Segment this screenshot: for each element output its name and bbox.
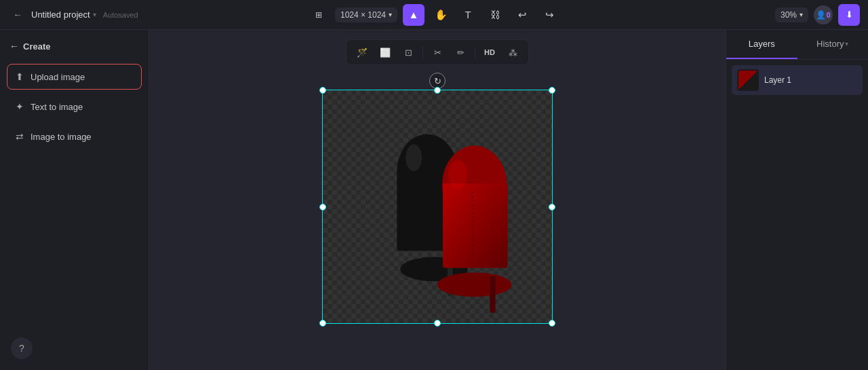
sidebar-item-text-to-image[interactable]: ✦ Text to image [7,94,142,119]
right-panel: Layers History ▾ Layer 1 [726,30,868,370]
svg-point-8 [437,272,511,297]
sidebar-header: ← Create [7,38,142,54]
clip-icon: ✂ [434,48,441,58]
topbar: ← Untitled project ▾ Autosaved ⊞ 1024 × … [0,0,868,30]
tab-layers-label: Layers [749,39,775,49]
toolbar-divider-2 [475,46,475,58]
layer-name: Layer 1 [764,75,791,85]
link-tool-button[interactable]: ⛓ [484,4,506,26]
redo-button[interactable]: ↪ [538,4,560,26]
tab-layers[interactable]: Layers [726,30,797,59]
hand-tool-icon: ✋ [435,9,448,21]
rotate-handle[interactable]: ↻ [429,73,446,89]
undo-icon: ↩ [518,9,527,21]
select-tool-button[interactable]: ▲ [403,4,425,26]
topbar-center: ⊞ 1024 × 1024 ▾ ▲ ✋ T ⛓ ↩ ↪ [308,4,560,26]
project-title-dropdown-icon: ▾ [93,11,96,18]
svg-rect-9 [490,276,496,313]
sidebar-item-image-to-image[interactable]: ⇄ Image to image [7,124,142,149]
sidebar: ← Create ⬆ Upload image ✦ Text to image … [0,30,149,370]
tab-history-label: History [816,39,844,49]
hd-button[interactable]: HD [479,43,500,62]
export-button[interactable]: ⬇ [838,4,860,26]
canvas-area: 🪄 ⬜ ⊡ ✂ ✏ HD ⁂ [149,30,726,370]
collab-count: 0 [826,11,830,19]
effects-button[interactable]: ⁂ [502,43,523,62]
layer-thumbnail [737,69,759,91]
main-layout: ← Create ⬆ Upload image ✦ Text to image … [0,30,868,370]
sidebar-item-upload-label: Upload image [31,72,85,82]
sidebar-header-label: Create [23,41,50,52]
sidebar-item-image-to-image-label: Image to image [31,132,92,142]
boot-image [323,90,552,323]
brush-button[interactable]: ✏ [450,43,471,62]
magic-wand-icon: 🪄 [357,48,368,58]
layers-content: Layer 1 [726,60,868,100]
svg-point-10 [448,160,467,189]
text-tool-button[interactable]: T [457,4,479,26]
svg-rect-7 [443,183,507,267]
undo-button[interactable]: ↩ [511,4,533,26]
topbar-right: 30% ▾ 👤 0 ⬇ [566,4,860,26]
sidebar-header-icon: ← [9,41,19,52]
tab-history[interactable]: History ▾ [797,30,869,59]
back-button[interactable]: ← [8,5,27,24]
sidebar-item-upload-image[interactable]: ⬆ Upload image [7,64,142,90]
sidebar-item-text-to-image-label: Text to image [31,102,83,112]
zoom-button[interactable]: 30% ▾ [775,7,808,22]
export-icon: ⬇ [846,10,853,20]
hd-label: HD [484,48,495,56]
redo-icon: ↪ [545,9,554,21]
frame-button[interactable]: ⬜ [375,43,395,62]
tab-history-dropdown-icon: ▾ [845,40,848,48]
brush-icon: ✏ [457,48,465,58]
canvas-toolbar: 🪄 ⬜ ⊡ ✂ ✏ HD ⁂ [346,39,529,65]
crop-icon: ⊡ [405,48,412,58]
toolbar-divider-1 [422,46,423,58]
right-panel-tabs: Layers History ▾ [726,30,868,60]
project-title-container[interactable]: Untitled project ▾ [31,10,96,20]
frame-icon: ⬜ [380,48,391,58]
rotate-icon: ↻ [434,76,441,86]
canvas-size-dropdown-icon: ▾ [389,11,392,18]
select-tool-icon: ▲ [409,9,419,20]
svg-point-4 [406,145,422,172]
topbar-left: ← Untitled project ▾ Autosaved [8,5,302,24]
back-icon: ← [13,10,22,20]
layer-item[interactable]: Layer 1 [732,65,863,95]
help-button[interactable]: ? [11,337,33,359]
magic-wand-button[interactable]: 🪄 [352,43,372,62]
collaborators-button[interactable]: 👤 0 [814,5,833,24]
upload-image-icon: ⬆ [16,71,24,82]
aspect-ratio-icon[interactable]: ⊞ [308,4,330,26]
zoom-level-text: 30% [781,10,797,20]
crop-button[interactable]: ⊡ [398,43,418,62]
canvas-size-button[interactable]: 1024 × 1024 ▾ [335,7,397,22]
collab-icon: 👤 [816,10,826,20]
project-title-text: Untitled project [31,10,90,20]
text-tool-icon: T [465,9,471,20]
zoom-dropdown-icon: ▾ [800,11,803,18]
effects-icon: ⁂ [509,48,517,58]
help-icon: ? [19,343,24,354]
text-to-image-icon: ✦ [16,101,24,112]
autosaved-label: Autosaved [103,11,138,19]
image-to-image-icon: ⇄ [16,131,24,142]
link-tool-icon: ⛓ [490,9,500,20]
clip-button[interactable]: ✂ [427,43,448,62]
layer-thumb-preview [738,71,757,90]
canvas-stage[interactable]: ↻ [322,90,553,324]
hand-tool-button[interactable]: ✋ [430,4,452,26]
canvas-size-text: 1024 × 1024 [340,10,386,20]
